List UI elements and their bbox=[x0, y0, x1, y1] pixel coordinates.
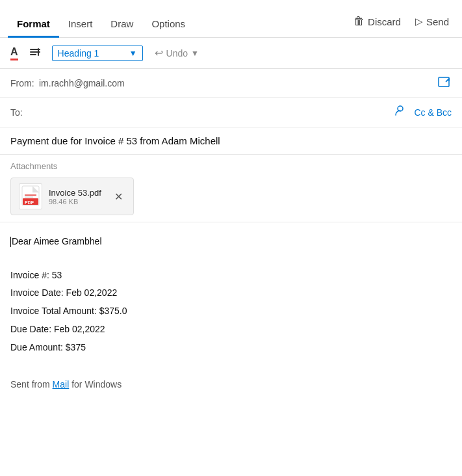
to-label: To: bbox=[10, 107, 36, 118]
nav-actions: 🗑 Discard ▷ Send bbox=[348, 12, 454, 37]
subject-text: Payment due for Invoice # 53 from Adam M… bbox=[10, 135, 220, 146]
email-signature: Sent from Mail for Windows bbox=[0, 366, 462, 397]
heading-value: Heading 1 bbox=[58, 48, 99, 59]
to-actions: Cc & Bcc bbox=[394, 104, 452, 120]
greeting-line: Dear Aimee Grambhel bbox=[10, 234, 452, 250]
undo-icon: ↩ bbox=[155, 47, 163, 59]
attachment-item: PDF Invoice 53.pdf 98.46 KB ✕ bbox=[10, 178, 134, 215]
trash-icon: 🗑 bbox=[353, 15, 365, 28]
undo-dropdown-icon: ▼ bbox=[191, 49, 199, 58]
cc-bcc-label[interactable]: Cc & Bcc bbox=[414, 107, 452, 118]
font-color-button[interactable]: A bbox=[6, 44, 22, 63]
pdf-icon: PDF bbox=[19, 183, 42, 209]
font-color-icon: A bbox=[10, 46, 18, 60]
mail-link[interactable]: Mail bbox=[53, 379, 70, 390]
tab-draw[interactable]: Draw bbox=[101, 12, 142, 37]
send-label: Send bbox=[426, 16, 449, 27]
from-field: From: im.rachh@gmail.com bbox=[0, 69, 462, 98]
heading-dropdown[interactable]: Heading 1 ▼ bbox=[52, 46, 143, 61]
paragraph-button[interactable] bbox=[25, 43, 45, 64]
attachment-size: 98.46 KB bbox=[49, 198, 101, 205]
discard-button[interactable]: 🗑 Discard bbox=[348, 12, 406, 31]
email-body[interactable]: Dear Aimee Grambhel Invoice #: 53 Invoic… bbox=[0, 222, 462, 366]
body-line-4: Due Date: Feb 02,2022 bbox=[10, 322, 452, 337]
remove-attachment-button[interactable]: ✕ bbox=[112, 189, 125, 204]
text-cursor bbox=[10, 237, 11, 247]
tab-options[interactable]: Options bbox=[142, 12, 194, 37]
attachments-label: Attachments bbox=[10, 161, 452, 171]
to-field: To: Cc & Bcc bbox=[0, 98, 462, 127]
body-line-1: Invoice #: 53 bbox=[10, 268, 452, 284]
send-icon: ▷ bbox=[415, 16, 423, 27]
from-value: im.rachh@gmail.com bbox=[39, 78, 125, 88]
svg-text:PDF: PDF bbox=[25, 200, 34, 205]
signature-prefix: Sent from bbox=[10, 379, 53, 390]
attachment-info: Invoice 53.pdf 98.46 KB bbox=[49, 188, 101, 205]
subject-field: Payment due for Invoice # 53 from Adam M… bbox=[0, 127, 462, 155]
paragraph-icon bbox=[29, 46, 42, 61]
svg-rect-2 bbox=[30, 54, 36, 55]
body-line-2: Invoice Date: Feb 02,2022 bbox=[10, 285, 452, 301]
expand-icon-button[interactable] bbox=[437, 76, 452, 90]
body-line-3: Invoice Total Amount: $375.0 bbox=[10, 304, 452, 319]
format-toolbar: A Heading 1 ▼ ↩ Undo ▼ bbox=[0, 38, 462, 69]
tab-format[interactable]: Format bbox=[8, 12, 59, 37]
tab-insert[interactable]: Insert bbox=[59, 12, 102, 37]
body-line-5: Due Amount: $375 bbox=[10, 340, 452, 356]
svg-rect-4 bbox=[439, 77, 449, 86]
send-button[interactable]: ▷ Send bbox=[410, 13, 454, 30]
svg-rect-3 bbox=[38, 48, 39, 56]
from-label: From: bbox=[10, 78, 36, 88]
from-actions bbox=[437, 76, 452, 90]
attachments-section: Attachments PDF Invoice 53.pdf 98.46 KB … bbox=[0, 155, 462, 222]
undo-button[interactable]: ↩ Undo ▼ bbox=[149, 44, 204, 62]
add-person-button[interactable] bbox=[394, 104, 407, 120]
discard-label: Discard bbox=[368, 16, 401, 27]
undo-label: Undo bbox=[166, 48, 188, 59]
chevron-down-icon: ▼ bbox=[129, 49, 137, 58]
nav-tabs: Format Insert Draw Options 🗑 Discard ▷ S… bbox=[0, 0, 462, 38]
attachment-filename: Invoice 53.pdf bbox=[49, 188, 101, 198]
signature-suffix: for Windows bbox=[69, 379, 122, 390]
